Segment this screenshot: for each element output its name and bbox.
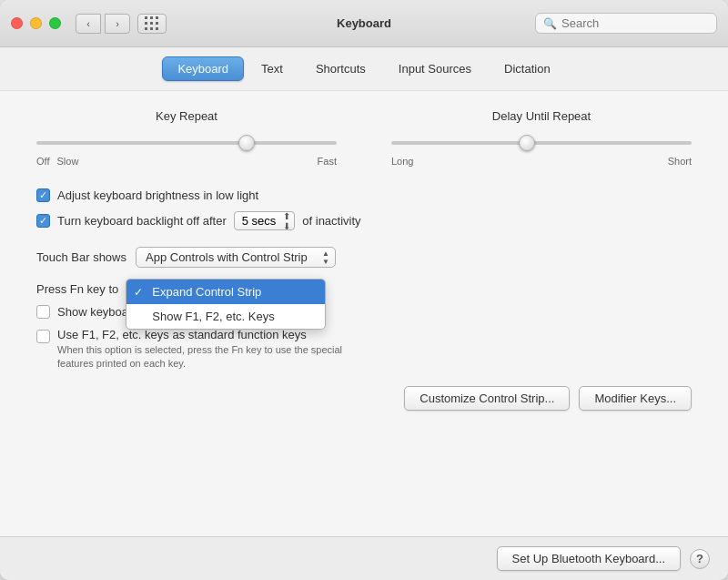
help-icon: ? xyxy=(696,552,703,565)
key-repeat-fast-label: Fast xyxy=(318,156,337,167)
keyboard-preferences-window: ‹ › Keyboard 🔍 Keyboard Text Shortcuts I… xyxy=(0,0,728,580)
use-f1-subtext: When this option is selected, press the … xyxy=(57,343,342,371)
minimize-button[interactable] xyxy=(30,17,42,29)
fn-key-label: Press Fn key to xyxy=(36,279,118,296)
brightness-row: ✓ Adjust keyboard brightness in low ligh… xyxy=(36,188,692,202)
tab-keyboard[interactable]: Keyboard xyxy=(162,56,244,81)
delay-repeat-track xyxy=(391,141,692,145)
search-icon: 🔍 xyxy=(543,17,557,30)
backlight-duration-value: 5 secs xyxy=(242,214,277,228)
dropdown-item-expand[interactable]: ✓ Expand Control Strip xyxy=(126,280,325,304)
back-button[interactable]: ‹ xyxy=(76,14,101,34)
key-repeat-thumb[interactable] xyxy=(238,135,255,151)
expand-label: Expand Control Strip xyxy=(152,285,261,299)
key-repeat-track-container xyxy=(36,134,337,152)
help-button[interactable]: ? xyxy=(690,549,710,569)
expand-checkmark: ✓ xyxy=(134,286,143,299)
bottom-buttons: Customize Control Strip... Modifier Keys… xyxy=(36,386,692,411)
backlight-label: Turn keyboard backlight off after xyxy=(57,214,227,228)
use-f1-checkbox[interactable] xyxy=(36,330,50,343)
traffic-lights xyxy=(11,17,61,29)
key-repeat-group: Key Repeat Off Slow Fast xyxy=(36,109,337,167)
touch-bar-label: Touch Bar shows xyxy=(36,250,126,264)
use-f1-label: Use F1, F2, etc. keys as standard functi… xyxy=(57,328,342,341)
forward-button[interactable]: › xyxy=(105,14,130,34)
delay-short-label: Short xyxy=(668,156,692,167)
touch-bar-dropdown[interactable]: App Controls with Control Strip ▲ ▼ xyxy=(136,247,336,268)
apps-grid-icon xyxy=(145,16,159,31)
backlight-suffix: of inactivity xyxy=(302,214,360,228)
show-viewers-checkbox[interactable] xyxy=(36,305,50,319)
tab-shortcuts[interactable]: Shortcuts xyxy=(300,56,381,81)
touch-bar-dropdown-arrow: ▲ ▼ xyxy=(322,249,329,265)
key-repeat-off-label: Off xyxy=(36,156,49,167)
close-button[interactable] xyxy=(11,17,23,29)
tabbar: Keyboard Text Shortcuts Input Sources Di… xyxy=(0,47,728,91)
fn-key-row: Press Fn key to ✓ Expand Control Strip S… xyxy=(36,279,692,296)
delay-repeat-track-container xyxy=(391,134,692,152)
tab-input-sources[interactable]: Input Sources xyxy=(383,56,487,81)
backlight-row: ✓ Turn keyboard backlight off after 5 se… xyxy=(36,211,692,230)
key-repeat-labels: Off Slow Fast xyxy=(36,156,337,167)
delay-repeat-thumb[interactable] xyxy=(519,135,535,151)
bluetooth-keyboard-button[interactable]: Set Up Bluetooth Keyboard... xyxy=(497,546,681,571)
brightness-label: Adjust keyboard brightness in low light xyxy=(57,188,258,202)
modifier-keys-button[interactable]: Modifier Keys... xyxy=(579,386,692,411)
dropdown-item-showf[interactable]: Show F1, F2, etc. Keys xyxy=(126,304,325,329)
tab-dictation[interactable]: Dictation xyxy=(489,56,566,81)
backlight-checkbox[interactable]: ✓ xyxy=(36,214,50,228)
delay-repeat-labels: Long Short xyxy=(391,156,692,167)
key-repeat-track xyxy=(36,141,337,145)
use-f1-row: Use F1, F2, etc. keys as standard functi… xyxy=(36,328,692,371)
tab-text[interactable]: Text xyxy=(246,56,298,81)
footer: Set Up Bluetooth Keyboard... ? xyxy=(0,536,728,580)
delay-repeat-label: Delay Until Repeat xyxy=(492,109,591,123)
brightness-checkmark: ✓ xyxy=(39,190,47,200)
search-input[interactable] xyxy=(561,16,707,30)
touch-bar-value: App Controls with Control Strip xyxy=(146,250,308,264)
apps-grid-button[interactable] xyxy=(137,14,167,34)
titlebar: ‹ › Keyboard 🔍 xyxy=(0,0,728,47)
key-repeat-label: Key Repeat xyxy=(156,109,217,123)
delay-repeat-group: Delay Until Repeat Long Short xyxy=(391,109,692,167)
customize-button[interactable]: Customize Control Strip... xyxy=(404,386,570,411)
touch-bar-row: Touch Bar shows App Controls with Contro… xyxy=(36,247,692,268)
backlight-duration-select[interactable]: 5 secs ⬆⬇ xyxy=(234,211,296,230)
key-repeat-slow-label: Slow xyxy=(56,156,78,167)
select-arrow-icon: ⬆⬇ xyxy=(283,211,290,231)
search-box[interactable]: 🔍 xyxy=(535,13,717,34)
use-f1-text-block: Use F1, F2, etc. keys as standard functi… xyxy=(57,328,342,371)
fn-key-dropdown-popup: ✓ Expand Control Strip Show F1, F2, etc.… xyxy=(126,279,326,330)
main-content: Key Repeat Off Slow Fast Delay Until Rep… xyxy=(0,91,728,536)
brightness-checkbox[interactable]: ✓ xyxy=(36,188,50,202)
sliders-row: Key Repeat Off Slow Fast Delay Until Rep… xyxy=(36,109,692,167)
showf-label: Show F1, F2, etc. Keys xyxy=(152,310,274,323)
backlight-checkmark: ✓ xyxy=(39,216,47,226)
nav-buttons: ‹ › xyxy=(76,14,130,34)
delay-long-label: Long xyxy=(391,156,413,167)
maximize-button[interactable] xyxy=(49,17,61,29)
window-title: Keyboard xyxy=(337,16,391,30)
